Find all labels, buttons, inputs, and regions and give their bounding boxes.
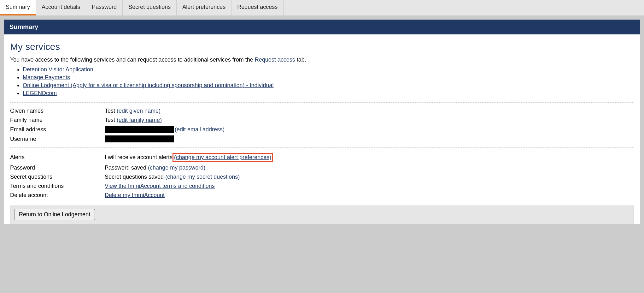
service-link-payments[interactable]: Manage Payments <box>23 74 70 81</box>
delete-account-link[interactable]: Delete my ImmiAccount <box>105 192 165 199</box>
change-password-link[interactable]: (change my password) <box>148 164 205 171</box>
row-terms: Terms and conditions View the ImmiAccoun… <box>10 182 634 191</box>
tab-secret-questions[interactable]: Secret questions <box>123 0 177 15</box>
value-given-names: Test <box>105 108 115 114</box>
change-secret-questions-link[interactable]: (change my secret questions) <box>165 174 240 180</box>
label-terms: Terms and conditions <box>10 183 105 189</box>
value-secret-questions: Secret questions saved <box>105 174 164 180</box>
row-username: Username <box>10 134 634 144</box>
tab-alert-preferences[interactable]: Alert preferences <box>177 0 231 15</box>
page-banner: Summary <box>4 20 640 34</box>
row-password: Password Password saved (change my passw… <box>10 163 634 172</box>
label-username: Username <box>10 136 105 142</box>
intro-prefix: You have access to the following service… <box>10 57 255 63</box>
row-secret-questions: Secret questions Secret questions saved … <box>10 172 634 182</box>
list-item: Online Lodgement (Apply for a visa or ci… <box>23 82 634 89</box>
label-given-names: Given names <box>10 108 105 114</box>
row-email: Email address (edit email address) <box>10 125 634 134</box>
label-email: Email address <box>10 126 105 133</box>
services-heading: My services <box>10 41 634 52</box>
view-terms-link[interactable]: View the ImmiAccount terms and condition… <box>105 183 215 189</box>
label-password: Password <box>10 164 105 171</box>
row-delete-account: Delete account Delete my ImmiAccount <box>10 191 634 200</box>
request-access-link[interactable]: Request access <box>255 57 295 63</box>
highlight-alerts-link: (change my account alert preferences) <box>173 153 273 162</box>
service-link-detention[interactable]: Detention Visitor Application <box>23 66 93 73</box>
redacted-username <box>105 135 174 142</box>
label-secret-questions: Secret questions <box>10 174 105 180</box>
row-alerts: Alerts I will receive account alerts (ch… <box>10 152 634 163</box>
value-family-name: Test <box>105 117 115 123</box>
footer-bar: Return to Online Lodgement <box>10 206 634 224</box>
value-password: Password saved <box>105 164 146 171</box>
services-list: Detention Visitor Application Manage Pay… <box>23 66 634 97</box>
return-button[interactable]: Return to Online Lodgement <box>14 209 95 220</box>
content-area: My services You have access to the follo… <box>4 34 640 200</box>
tab-bar: Summary Account details Password Secret … <box>0 0 644 16</box>
tab-password[interactable]: Password <box>86 0 123 15</box>
edit-given-name-link[interactable]: (edit given name) <box>117 108 161 114</box>
list-item: Detention Visitor Application <box>23 66 634 73</box>
divider <box>10 147 634 148</box>
redacted-email <box>105 126 174 133</box>
page-container: Summary My services You have access to t… <box>4 20 640 224</box>
edit-family-name-link[interactable]: (edit family name) <box>117 117 162 123</box>
tab-summary[interactable]: Summary <box>0 0 36 15</box>
change-alert-preferences-link[interactable]: (change my account alert preferences) <box>174 154 271 160</box>
divider <box>10 102 634 103</box>
list-item: LEGENDcom <box>23 90 634 97</box>
service-link-lodgement[interactable]: Online Lodgement (Apply for a visa or ci… <box>23 82 273 88</box>
service-link-legendcom[interactable]: LEGENDcom <box>23 90 57 96</box>
tab-request-access[interactable]: Request access <box>231 0 284 15</box>
intro-suffix: tab. <box>295 57 306 63</box>
value-alerts: I will receive account alerts <box>105 154 173 161</box>
list-item: Manage Payments <box>23 74 634 81</box>
edit-email-link[interactable]: (edit email address) <box>175 126 225 133</box>
label-delete-account: Delete account <box>10 192 105 199</box>
row-family-name: Family name Test (edit family name) <box>10 116 634 125</box>
label-family-name: Family name <box>10 117 105 123</box>
label-alerts: Alerts <box>10 154 105 161</box>
tab-account-details[interactable]: Account details <box>36 0 86 15</box>
intro-text: You have access to the following service… <box>10 57 634 63</box>
row-given-names: Given names Test (edit given name) <box>10 106 634 116</box>
